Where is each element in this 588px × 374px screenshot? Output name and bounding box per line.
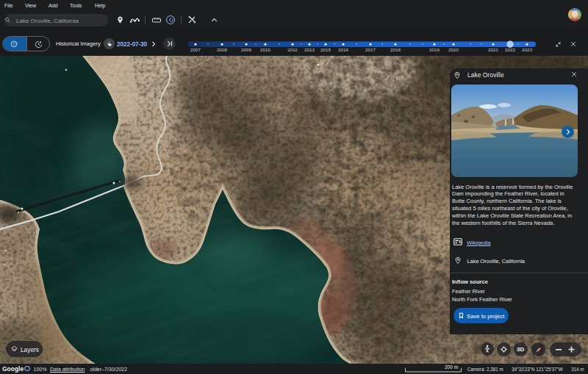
svg-text:2018: 2018 — [390, 47, 401, 52]
svg-text:2020: 2020 — [448, 47, 459, 52]
svg-text:2013: 2013 — [304, 47, 315, 52]
svg-text:2010: 2010 — [260, 47, 270, 52]
svg-text:2007: 2007 — [190, 47, 201, 52]
svg-text:2021: 2021 — [488, 47, 498, 52]
svg-text:2016: 2016 — [338, 47, 348, 52]
svg-text:2008: 2008 — [217, 47, 227, 52]
svg-text:2023: 2023 — [522, 47, 532, 52]
svg-text:2015: 2015 — [320, 47, 331, 52]
svg-text:2019: 2019 — [429, 47, 440, 52]
svg-text:2011: 2011 — [287, 47, 298, 52]
svg-text:2022: 2022 — [505, 47, 515, 52]
svg-text:2009: 2009 — [241, 47, 251, 52]
svg-text:2017: 2017 — [365, 47, 376, 52]
